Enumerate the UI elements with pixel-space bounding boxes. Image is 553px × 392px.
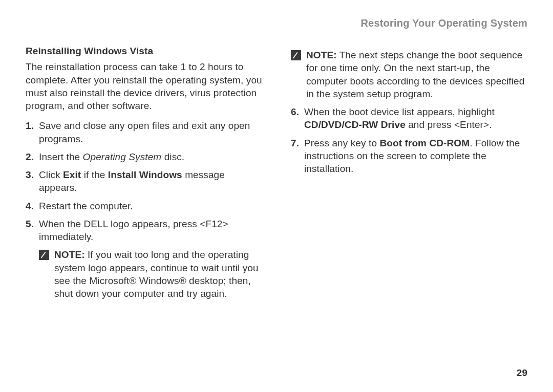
step-text: Press any key to Boot from CD-ROM. Follo… [304,137,527,176]
bold-text: Install Windows [108,169,182,180]
steps-list-right: 6. When the boot device list appears, hi… [291,105,527,175]
page-number: 29 [517,367,527,379]
step-text: Save and close any open files and exit a… [39,119,262,145]
step-number: 5. [26,217,39,230]
document-page: Restoring Your Operating System Reinstal… [0,0,553,392]
note-icon [291,50,301,60]
note-block: NOTE: If you wait too long and the opera… [26,248,262,300]
step-number: 2. [26,150,39,163]
section-heading: Reinstalling Windows Vista [26,45,262,57]
step-text: Insert the Operating System disc. [39,150,262,163]
note-icon [39,250,49,260]
step-text: Restart the computer. [39,200,262,212]
step-number: 1. [26,119,39,132]
step-number: 4. [26,200,39,212]
step-number: 3. [26,168,39,181]
bold-text: Boot from CD-ROM [379,138,470,148]
svg-rect-1 [291,50,301,60]
two-column-layout: Reinstalling Windows Vista The reinstall… [26,45,527,306]
note-label: NOTE: [54,249,85,260]
svg-rect-0 [39,250,49,260]
note-block: NOTE: The next steps change the boot seq… [291,49,527,100]
step-text: When the DELL logo appears, press <F12> … [39,217,262,244]
italic-text: Operating System [83,151,162,162]
left-column: Reinstalling Windows Vista The reinstall… [26,45,262,306]
step-1: 1. Save and close any open files and exi… [26,119,262,145]
step-3: 3. Click Exit if the Install Windows mes… [26,168,262,194]
page-header: Restoring Your Operating System [26,17,527,29]
note-text: NOTE: If you wait too long and the opera… [54,248,262,300]
steps-list-left: 1. Save and close any open files and exi… [26,119,262,243]
step-number: 6. [291,105,304,118]
step-6: 6. When the boot device list appears, hi… [291,105,527,132]
step-2: 2. Insert the Operating System disc. [26,150,262,163]
note-text: NOTE: The next steps change the boot seq… [306,49,527,100]
right-column: NOTE: The next steps change the boot seq… [291,45,527,306]
step-4: 4. Restart the computer. [26,200,262,212]
step-5: 5. When the DELL logo appears, press <F1… [26,217,262,244]
step-text: When the boot device list appears, highl… [304,105,527,132]
bold-text: CD/DVD/CD-RW Drive [304,119,406,130]
step-7: 7. Press any key to Boot from CD-ROM. Fo… [291,137,527,176]
note-label: NOTE: [306,50,337,60]
step-text: Click Exit if the Install Windows messag… [39,168,262,194]
step-number: 7. [291,137,304,149]
intro-paragraph: The reinstallation process can take 1 to… [26,60,262,112]
bold-text: Exit [63,169,81,180]
